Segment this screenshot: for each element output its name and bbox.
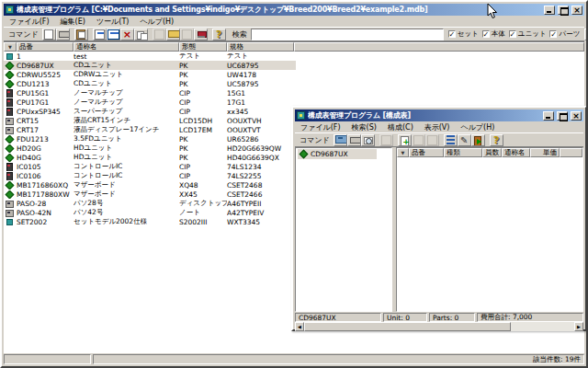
horizontal-scrollbar[interactable]: ◀ ▶ <box>295 322 583 331</box>
help-icon[interactable] <box>490 134 503 146</box>
table-row[interactable]: PASO-28 パソ28号 ディスクトップ A46TYPEII <box>4 199 296 208</box>
column-header-part-no[interactable]: 品番 <box>17 42 74 52</box>
table-row[interactable]: MB1717880XW マザーボード XX45 CSET2466 <box>4 190 296 199</box>
column-header-part-no[interactable]: 品番 <box>409 148 444 157</box>
delete-icon[interactable] <box>120 29 134 40</box>
column-header-name[interactable]: 通称名 <box>74 42 179 52</box>
menu-item[interactable]: 検索(S) <box>346 121 382 133</box>
table-row[interactable]: CD9687UX CDユニット PK UC68795 <box>4 61 296 70</box>
cell-name: ノーマルチップ <box>74 88 179 98</box>
table-row[interactable]: PASO-42N パソ42号 ノート A42TYPEIV <box>4 208 296 217</box>
column-header-quantity[interactable]: 員数 <box>482 148 502 157</box>
filter-checkbox[interactable]: ✓ セット <box>448 29 479 39</box>
cell-part-no: CDU1213 <box>4 80 74 88</box>
table-row[interactable]: IC0106 コントロールIC CIP 74LS2255 <box>4 171 296 180</box>
item-type-icon <box>6 154 14 162</box>
save-icon[interactable] <box>379 134 393 146</box>
print-icon[interactable] <box>56 29 70 40</box>
column-header-form[interactable]: 形態 <box>179 42 227 52</box>
child-titlebar[interactable]: 構成表管理プログラム [構成表] <box>295 109 583 121</box>
filter-checkbox[interactable]: ✓ ユニット <box>509 29 547 39</box>
scrollbar-thumb[interactable] <box>304 322 511 331</box>
child-menubar: ファイル(F) 検索(S) 構成(C) 表示(V) ヘルプ(H) <box>295 121 583 132</box>
column-header-name[interactable]: 通称名 <box>502 148 530 157</box>
item-type-icon <box>6 172 14 180</box>
print-preview-icon[interactable] <box>361 134 375 146</box>
search-input[interactable] <box>251 29 444 40</box>
minimize-button[interactable] <box>544 6 555 15</box>
menu-item[interactable]: 表示(V) <box>419 121 456 133</box>
tree-item[interactable]: CD9687UX <box>298 149 377 159</box>
minimize-button[interactable] <box>543 111 554 121</box>
open-folder-icon[interactable] <box>166 29 180 40</box>
child-window-title: 構成表管理プログラム [構成表] <box>308 110 540 121</box>
sort-indicator-icon[interactable] <box>397 148 409 157</box>
copy-icon[interactable] <box>134 29 148 40</box>
table-row[interactable]: HD40G HDユニット PK HD40G6639QX <box>4 153 296 162</box>
cell-part-no: PASO-28 <box>4 200 74 208</box>
exit-icon[interactable] <box>471 134 485 146</box>
table-row[interactable]: 1 test テスト テスト <box>4 52 296 61</box>
edit-component-icon[interactable] <box>412 134 425 146</box>
menu-item[interactable]: ツール(T) <box>91 16 135 28</box>
print-icon[interactable] <box>347 134 361 146</box>
edit-tool-icon[interactable] <box>458 134 471 146</box>
table-row[interactable]: CDU1213 CDユニット PK UC58795 <box>4 79 296 88</box>
import-icon[interactable] <box>153 29 166 40</box>
table-row[interactable]: MB1716860XQ マザーボード XQ48 CSET2468 <box>4 180 296 190</box>
filter-label: 本体 <box>492 29 505 39</box>
maximize-button[interactable] <box>558 6 569 15</box>
remove-component-icon[interactable] <box>425 134 439 146</box>
item-type-icon <box>6 80 14 88</box>
menu-item[interactable]: ファイル(F) <box>295 121 346 133</box>
close-button[interactable] <box>571 111 582 121</box>
close-button[interactable] <box>571 6 582 15</box>
column-header-kind[interactable]: 種類 <box>444 148 482 157</box>
menu-item[interactable]: ファイル(F) <box>4 16 55 28</box>
child-toolbar-buttons <box>334 134 503 146</box>
paste-icon[interactable] <box>74 29 88 40</box>
add-component-icon[interactable] <box>398 134 412 146</box>
filter-checkbox[interactable]: ✓ パーツ <box>549 29 580 39</box>
cell-part-no: CRT17 <box>4 126 74 134</box>
checkbox-icon[interactable]: ✓ <box>482 30 490 38</box>
scroll-right-icon[interactable]: ▶ <box>574 322 583 331</box>
checkbox-icon[interactable]: ✓ <box>549 30 557 38</box>
table-row[interactable]: FDU1213 3.5FDユニット PK UR65286 <box>4 134 296 144</box>
new-document-icon[interactable] <box>42 29 56 40</box>
item-type-icon <box>6 135 14 144</box>
menu-item[interactable]: 編集(E) <box>55 16 91 28</box>
help-icon[interactable] <box>212 29 226 40</box>
column-header-spec[interactable]: 規格 <box>227 42 294 52</box>
table-row[interactable]: SET2002 セットモデル2002仕様 S2002III WXT3345 <box>4 217 296 226</box>
export-icon[interactable] <box>180 29 194 40</box>
table-row[interactable]: CDRWU5525 CDRWユニット PK UW4178 <box>4 70 296 79</box>
sort-indicator-icon[interactable] <box>4 42 17 52</box>
table-row[interactable]: CRT15 液晶CRT15インチ LCD15DH OOUXTVH <box>4 116 296 125</box>
stamp-icon[interactable] <box>194 29 208 40</box>
search-button[interactable]: 検索(S) <box>584 29 588 40</box>
maximize-button[interactable] <box>557 111 568 121</box>
checkbox-icon[interactable]: ✓ <box>509 30 516 38</box>
table-row[interactable]: HD20G HDユニット PK HD20G6639QW <box>4 144 296 153</box>
table-row[interactable]: CPUxxSP345 スーパーチップ CIP xx345 <box>4 107 296 116</box>
filter-checkbox[interactable]: ✓ 本体 <box>482 29 505 39</box>
scrollbar-track[interactable] <box>511 322 574 331</box>
menu-item[interactable]: 構成(C) <box>382 121 419 133</box>
column-header-unit-price[interactable]: 単価 <box>530 148 560 157</box>
new-window-icon[interactable] <box>107 29 120 40</box>
list-view-icon[interactable] <box>444 134 458 146</box>
filter-label: ユニット <box>518 29 547 39</box>
table-row[interactable]: IC0105 コントロールIC CIP 74LS1234 <box>4 162 296 171</box>
table-row[interactable]: CPU17G1 ノーマルチップ CIP 17G1 <box>4 98 296 107</box>
menu-item[interactable]: ヘルプ(H) <box>455 121 500 133</box>
checkbox-icon[interactable]: ✓ <box>448 30 456 38</box>
table-row[interactable]: CRT17 液晶ディスプレー17インチ LCD17EM OOUXTVT <box>4 125 296 134</box>
properties-icon[interactable] <box>93 29 107 40</box>
open-file-icon[interactable] <box>334 134 347 146</box>
cell-part-no: FDU1213 <box>4 135 74 144</box>
cell-spec: 74LS2255 <box>227 172 294 180</box>
scroll-left-icon[interactable]: ◀ <box>295 322 304 331</box>
menu-item[interactable]: ヘルプ(H) <box>134 16 179 28</box>
table-row[interactable]: CPU15G1 ノーマルチップ CIP 15G1 <box>4 88 296 98</box>
